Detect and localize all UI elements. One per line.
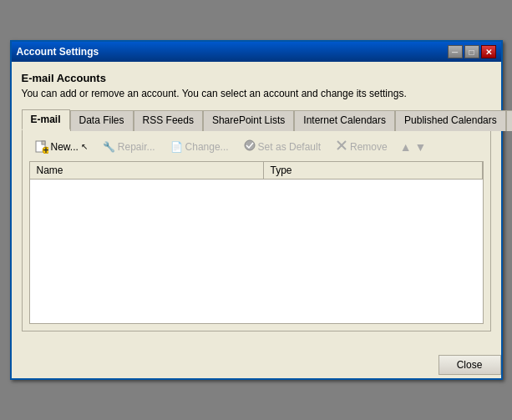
minimize-button[interactable]: ─	[448, 45, 463, 58]
remove-button[interactable]: Remove	[330, 137, 393, 156]
tab-sharepoint-lists[interactable]: SharePoint Lists	[203, 110, 294, 131]
set-default-button[interactable]: Set as Default	[238, 137, 327, 156]
list-header: Name Type	[30, 162, 483, 180]
arrow-up-button[interactable]: ▲	[400, 140, 412, 154]
repair-icon: 🔧	[103, 141, 115, 153]
repair-button[interactable]: 🔧 Repair...	[97, 139, 161, 155]
tab-address-books[interactable]: Address Books	[506, 110, 512, 131]
change-button[interactable]: 📄 Change...	[165, 139, 235, 155]
close-button-footer[interactable]: Close	[438, 355, 501, 375]
maximize-button[interactable]: □	[464, 45, 479, 58]
tabs-container: E-mail Data Files RSS Feeds SharePoint L…	[22, 108, 491, 130]
account-settings-window: Account Settings ─ □ ✕ E-mail Accounts Y…	[10, 40, 503, 380]
section-title: E-mail Accounts	[22, 72, 491, 84]
new-label: New...	[51, 141, 79, 153]
tab-data-files[interactable]: Data Files	[70, 110, 134, 131]
title-bar: Account Settings ─ □ ✕	[12, 42, 501, 62]
toolbar: + New... ↖ 🔧 Repair... 📄 Change...	[29, 137, 484, 156]
set-default-icon	[244, 139, 256, 154]
set-default-label: Set as Default	[258, 141, 321, 153]
section-description: You can add or remove an account. You ca…	[22, 88, 491, 99]
arrow-down-button[interactable]: ▼	[415, 140, 427, 154]
account-list: Name Type	[29, 161, 484, 324]
tab-internet-calendars[interactable]: Internet Calendars	[294, 110, 395, 131]
close-button[interactable]: ✕	[481, 45, 496, 58]
change-label: Change...	[185, 141, 229, 153]
title-bar-controls: ─ □ ✕	[448, 45, 496, 58]
repair-label: Repair...	[118, 141, 155, 153]
svg-point-4	[245, 140, 255, 150]
tab-published-calendars[interactable]: Published Calendars	[395, 110, 506, 131]
window-title: Account Settings	[17, 46, 99, 58]
type-column-header: Type	[264, 162, 483, 179]
new-document-icon: +	[35, 140, 48, 154]
tab-rss-feeds[interactable]: RSS Feeds	[134, 110, 203, 131]
cursor-icon: ↖	[81, 142, 88, 151]
tab-email[interactable]: E-mail	[22, 109, 70, 130]
window-content: E-mail Accounts You can add or remove an…	[12, 62, 501, 342]
tab-panel-email: + New... ↖ 🔧 Repair... 📄 Change...	[22, 130, 491, 331]
new-icon: +	[35, 140, 48, 154]
remove-label: Remove	[350, 141, 388, 153]
new-button[interactable]: + New... ↖	[29, 138, 94, 156]
svg-text:+: +	[43, 144, 48, 154]
change-icon: 📄	[170, 141, 183, 153]
name-column-header: Name	[30, 162, 264, 179]
remove-icon	[336, 139, 347, 154]
bottom-buttons: Close	[12, 348, 501, 378]
